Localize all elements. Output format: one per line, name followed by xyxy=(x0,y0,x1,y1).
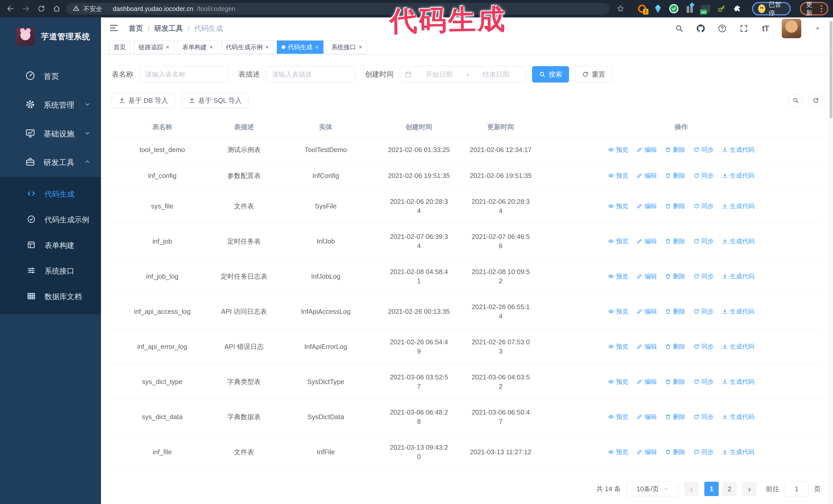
help-icon[interactable] xyxy=(717,23,728,33)
generate-code-link[interactable]: 生成代码 xyxy=(722,237,754,245)
close-icon[interactable]: × xyxy=(359,44,362,50)
tab-首页[interactable]: 首页 xyxy=(109,41,131,54)
preview-link[interactable]: 预览 xyxy=(608,202,628,210)
forward-icon[interactable] xyxy=(20,3,32,15)
extension-orange-icon[interactable]: 1 xyxy=(637,3,647,14)
edit-link[interactable]: 编辑 xyxy=(636,202,657,210)
sync-link[interactable]: 同步 xyxy=(693,342,714,351)
sync-link[interactable]: 同步 xyxy=(693,448,714,456)
preview-link[interactable]: 预览 xyxy=(608,448,628,456)
reset-button[interactable]: 重置 xyxy=(575,66,612,82)
edit-link[interactable]: 编辑 xyxy=(636,307,657,316)
browser-menu-icon[interactable] xyxy=(821,5,822,12)
user-avatar[interactable] xyxy=(782,19,801,38)
extensions-puzzle-icon[interactable] xyxy=(732,3,743,14)
extension-key-icon[interactable] xyxy=(716,3,727,14)
generate-code-link[interactable]: 生成代码 xyxy=(722,378,754,386)
show-search-button[interactable] xyxy=(789,94,803,107)
next-page-button[interactable]: › xyxy=(742,482,757,496)
preview-link[interactable]: 预览 xyxy=(608,307,628,316)
delete-link[interactable]: 删除 xyxy=(665,202,685,210)
sidebar-item-基础设施[interactable]: 基础设施 xyxy=(0,119,101,148)
delete-link[interactable]: 删除 xyxy=(665,272,685,281)
preview-link[interactable]: 预览 xyxy=(608,146,628,154)
sidebar-subitem-代码生成[interactable]: 代码生成 xyxy=(0,182,101,207)
generate-code-link[interactable]: 生成代码 xyxy=(722,171,754,180)
sync-link[interactable]: 同步 xyxy=(693,202,714,210)
page-size-select[interactable]: 10条/页 xyxy=(626,481,679,496)
generate-code-link[interactable]: 生成代码 xyxy=(722,448,754,456)
scrollbar-thumb[interactable] xyxy=(830,21,832,118)
sidebar-logo[interactable]: 芋道管理系统 xyxy=(0,18,101,56)
preview-link[interactable]: 预览 xyxy=(608,272,628,281)
generate-code-link[interactable]: 生成代码 xyxy=(722,272,754,281)
profile-paused-badge[interactable]: 已暂停 xyxy=(752,2,791,16)
sync-link[interactable]: 同步 xyxy=(693,171,714,180)
preview-link[interactable]: 预览 xyxy=(608,171,628,180)
edit-link[interactable]: 编辑 xyxy=(636,146,657,154)
breadcrumb-item[interactable]: 研发工具 xyxy=(154,24,183,33)
preview-link[interactable]: 预览 xyxy=(608,342,628,351)
close-icon[interactable]: × xyxy=(265,44,269,50)
tab-系统接口[interactable]: 系统接口 × xyxy=(327,41,367,54)
tab-代码生成示例[interactable]: 代码生成示例 × xyxy=(221,41,274,54)
page-button-1[interactable]: 1 xyxy=(704,482,719,496)
import-db-button[interactable]: 基于 DB 导入 xyxy=(112,93,175,108)
sync-link[interactable]: 同步 xyxy=(693,307,714,316)
github-icon[interactable] xyxy=(696,23,706,33)
generate-code-link[interactable]: 生成代码 xyxy=(722,146,754,154)
search-icon[interactable] xyxy=(674,23,684,33)
page-button-2[interactable]: 2 xyxy=(722,482,737,496)
edit-link[interactable]: 编辑 xyxy=(636,448,657,456)
sidebar-subitem-系统接口[interactable]: 系统接口 xyxy=(0,258,101,284)
tab-代码生成[interactable]: 代码生成 × xyxy=(277,41,324,54)
extension-columns-icon[interactable] xyxy=(684,3,695,14)
extension-gem-icon[interactable] xyxy=(652,3,663,14)
delete-link[interactable]: 删除 xyxy=(665,413,685,421)
generate-code-link[interactable]: 生成代码 xyxy=(722,202,754,210)
preview-link[interactable]: 预览 xyxy=(608,378,628,386)
tab-链路追踪[interactable]: 链路追踪 × xyxy=(134,41,174,54)
breadcrumb-item[interactable]: 首页 xyxy=(129,24,143,33)
delete-link[interactable]: 删除 xyxy=(665,342,685,351)
search-button[interactable]: 搜索 xyxy=(532,66,569,82)
sidebar-subitem-代码生成示例[interactable]: 代码生成示例 xyxy=(0,207,101,233)
close-icon[interactable]: × xyxy=(166,44,169,50)
sync-link[interactable]: 同步 xyxy=(693,378,714,386)
security-warning-icon[interactable] xyxy=(73,5,79,13)
generate-code-link[interactable]: 生成代码 xyxy=(722,307,754,316)
bookmark-star-icon[interactable] xyxy=(615,3,626,15)
delete-link[interactable]: 删除 xyxy=(665,378,685,386)
delete-link[interactable]: 删除 xyxy=(665,448,685,456)
sidebar-item-研发工具[interactable]: 研发工具 xyxy=(0,148,101,177)
edit-link[interactable]: 编辑 xyxy=(636,272,657,281)
sync-link[interactable]: 同步 xyxy=(693,146,714,154)
generate-code-link[interactable]: 生成代码 xyxy=(722,413,754,421)
delete-link[interactable]: 删除 xyxy=(665,307,685,316)
preview-link[interactable]: 预览 xyxy=(608,413,628,421)
browser-update-button[interactable]: 更新 xyxy=(800,2,828,16)
edit-link[interactable]: 编辑 xyxy=(636,237,657,245)
refresh-table-button[interactable] xyxy=(809,94,823,107)
prev-page-button[interactable]: ‹ xyxy=(684,482,699,496)
goto-page-input[interactable] xyxy=(785,481,808,496)
table-name-input[interactable] xyxy=(139,66,228,82)
generate-code-link[interactable]: 生成代码 xyxy=(722,342,754,351)
sync-link[interactable]: 同步 xyxy=(693,272,714,281)
edit-link[interactable]: 编辑 xyxy=(636,413,657,421)
sidebar-subitem-表单构建[interactable]: 表单构建 xyxy=(0,233,101,258)
home-icon[interactable] xyxy=(51,3,63,15)
extension-switch-icon[interactable]: on xyxy=(700,3,711,14)
sync-link[interactable]: 同步 xyxy=(693,237,714,245)
date-range-picker[interactable]: 开始日期 - 结束日期 xyxy=(400,66,526,82)
edit-link[interactable]: 编辑 xyxy=(636,171,657,180)
address-bar[interactable]: 不安全 dashboard.yudao.iocoder.cn/tool/code… xyxy=(66,3,610,15)
edit-link[interactable]: 编辑 xyxy=(636,378,657,386)
sidebar-item-首页[interactable]: 首页 xyxy=(0,62,101,91)
reload-icon[interactable] xyxy=(35,3,47,15)
sync-link[interactable]: 同步 xyxy=(693,413,714,421)
delete-link[interactable]: 删除 xyxy=(665,171,685,180)
sidebar-subitem-数据库文档[interactable]: 数据库文档 xyxy=(0,284,101,310)
sidebar-item-系统管理[interactable]: 系统管理 xyxy=(0,91,101,119)
delete-link[interactable]: 删除 xyxy=(665,146,685,154)
